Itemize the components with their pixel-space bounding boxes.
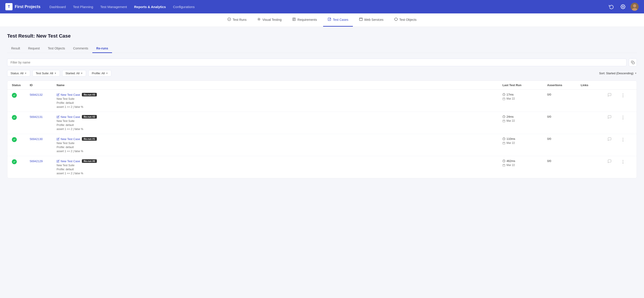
more-icon-1[interactable]: ⋮ — [621, 115, 625, 120]
row-2-more[interactable]: ⋮ — [621, 137, 632, 142]
row-3-last-test-run: 462ms Mar 22 — [502, 159, 547, 167]
tab-result[interactable]: Result — [7, 44, 24, 53]
id-link-2[interactable]: 56942130 — [30, 137, 43, 141]
row-2-time: 110ms — [502, 137, 547, 141]
comment-icon-2[interactable] — [608, 138, 612, 142]
more-icon-2[interactable]: ⋮ — [621, 137, 625, 142]
top-nav-right — [607, 3, 639, 11]
row-1-date: Mar 22 — [502, 119, 547, 122]
table-row: 56942130 New Test Case Re-run #1 New Tes… — [8, 134, 636, 156]
subnav-requirements[interactable]: Requirements — [288, 14, 321, 27]
row-0-profile: Profile: default — [56, 101, 502, 105]
row-2-id: 56942130 — [30, 137, 56, 141]
profile-filter[interactable]: Profile: All ▼ — [88, 70, 111, 77]
row-3-comment[interactable] — [608, 159, 621, 164]
svg-point-6 — [258, 18, 260, 21]
row-2-assertions: 0/0 — [547, 137, 581, 141]
subnav-test-runs[interactable]: Test Runs — [223, 14, 251, 27]
subnav-visual-testing[interactable]: Visual Testing — [253, 14, 286, 27]
history-button[interactable] — [607, 3, 616, 11]
nav-test-planning[interactable]: Test Planning — [73, 4, 93, 10]
row-3-date: Mar 22 — [502, 164, 547, 167]
row-1-last-test-run: 24ms Mar 22 — [502, 115, 547, 122]
row-2-comment[interactable] — [608, 137, 621, 142]
row-2-assert: assert 1 == 2 | false % — [56, 150, 502, 153]
th-last-test-run: Last Test Run — [502, 84, 547, 87]
tab-comments[interactable]: Comments — [69, 44, 92, 53]
row-2-suite: New Test Suite — [56, 142, 502, 145]
row-0-comment[interactable] — [608, 93, 621, 98]
row-3-status — [12, 159, 30, 164]
visual-testing-icon — [257, 18, 261, 22]
id-link-0[interactable]: 56942132 — [30, 93, 43, 96]
table-row: 56942131 New Test Case Re-run #2 New Tes… — [8, 112, 636, 134]
settings-button[interactable] — [619, 3, 627, 11]
table-header: Status ID Name Last Test Run Assertions … — [8, 81, 636, 90]
row-2-name-cell: New Test Case Re-run #1 New Test Suite P… — [56, 137, 502, 153]
row-1-profile: Profile: default — [56, 124, 502, 127]
row-1-comment[interactable] — [608, 115, 621, 120]
copy-button[interactable] — [629, 58, 637, 67]
user-avatar[interactable] — [630, 3, 639, 11]
row-1-more[interactable]: ⋮ — [621, 115, 632, 120]
row-1-badge: Re-run #2 — [82, 115, 97, 119]
svg-rect-27 — [503, 142, 505, 144]
nav-configurations[interactable]: Configurations — [173, 4, 195, 10]
subnav-test-objects[interactable]: Test Objects — [390, 14, 421, 27]
tab-test-objects[interactable]: Test Objects — [44, 44, 69, 53]
test-cases-icon — [328, 18, 331, 22]
more-icon-0[interactable]: ⋮ — [621, 93, 625, 98]
profile-filter-label: Profile: All — [92, 72, 105, 75]
nav-dashboard[interactable]: Dashboard — [50, 4, 66, 10]
sub-navigation: Test Runs Visual Testing Requirements Te… — [0, 14, 644, 27]
row-1-suite: New Test Suite — [56, 119, 502, 123]
name-link-1[interactable]: New Test Case — [56, 115, 80, 119]
subnav-test-cases[interactable]: Test Cases — [323, 14, 353, 27]
row-0-suite: New Test Suite — [56, 97, 502, 100]
subnav-requirements-label: Requirements — [298, 18, 317, 22]
subnav-web-services[interactable]: Web Services — [355, 14, 388, 27]
svg-rect-32 — [503, 164, 505, 166]
name-link-2[interactable]: New Test Case — [56, 137, 80, 141]
row-1-name: New Test Case — [60, 115, 80, 119]
svg-rect-11 — [328, 18, 331, 21]
search-input[interactable] — [10, 61, 623, 64]
test-suite-filter-chevron: ▼ — [54, 72, 56, 75]
app-logo[interactable]: T First Projects — [5, 3, 40, 10]
id-link-3[interactable]: 56942129 — [30, 160, 43, 163]
table-row: 56942132 New Test Case Re-run #3 New Tes… — [8, 90, 636, 112]
tab-reruns[interactable]: Re-runs — [92, 44, 112, 53]
comment-icon-0[interactable] — [608, 94, 612, 98]
id-link-1[interactable]: 56942131 — [30, 115, 43, 119]
pass-icon — [12, 137, 17, 142]
sort-button[interactable]: Sort: Started (Descending) ▼ — [599, 72, 637, 75]
nav-test-management[interactable]: Test Management — [100, 4, 127, 10]
row-3-suite: New Test Suite — [56, 164, 502, 167]
test-suite-filter[interactable]: Test Suite: All ▼ — [32, 70, 60, 77]
row-0-more[interactable]: ⋮ — [621, 93, 632, 98]
name-link-0[interactable]: New Test Case — [56, 93, 80, 96]
row-3-assertions: 0/0 — [547, 159, 581, 163]
th-actions — [621, 84, 632, 87]
comment-icon-3[interactable] — [608, 160, 612, 164]
status-filter[interactable]: Status: All ▼ — [7, 70, 30, 77]
row-0-name-cell: New Test Case Re-run #3 New Test Suite P… — [56, 93, 502, 109]
tab-request[interactable]: Request — [24, 44, 44, 53]
row-3-id: 56942129 — [30, 159, 56, 163]
subnav-test-runs-label: Test Runs — [232, 18, 246, 22]
pass-icon — [12, 93, 17, 98]
started-filter[interactable]: Started: All ▼ — [62, 70, 86, 77]
row-3-time: 462ms — [502, 159, 547, 163]
nav-reports-analytics[interactable]: Reports & Analytics — [134, 4, 166, 10]
row-2-status — [12, 137, 30, 142]
row-1-id: 56942131 — [30, 115, 56, 119]
row-0-status — [12, 93, 30, 98]
project-name: First Projects — [15, 5, 40, 9]
row-0-assert: assert 1 == 2 | false % — [56, 105, 502, 109]
comment-icon-1[interactable] — [608, 116, 612, 120]
name-link-3[interactable]: New Test Case — [56, 160, 80, 163]
svg-rect-15 — [632, 62, 634, 64]
row-3-more[interactable]: ⋮ — [621, 159, 632, 164]
th-links: Links — [581, 84, 608, 87]
more-icon-3[interactable]: ⋮ — [621, 160, 625, 164]
